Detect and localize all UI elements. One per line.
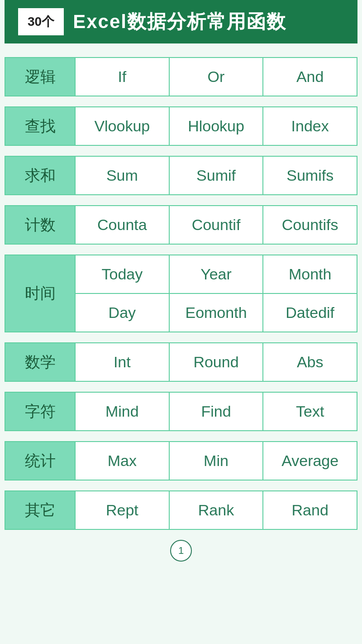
section-stats: 统计MaxMinAverage — [5, 441, 357, 481]
section-label-stats: 统计 — [5, 442, 76, 480]
section-cells-time: TodayYearMonthDayEomonthDatedif — [76, 255, 357, 332]
section-label-text: 字符 — [5, 393, 76, 430]
section-cells-other: ReptRankRand — [76, 491, 357, 529]
section-label-sum: 求和 — [5, 157, 76, 194]
section-lookup: 查找VlookupHlookupIndex — [5, 106, 357, 146]
footer: 1 — [5, 540, 357, 562]
cell-stats-0-2: Average — [263, 442, 357, 480]
cell-other-0-1: Rank — [170, 491, 264, 529]
cell-time-0-2: Month — [263, 255, 357, 293]
section-cells-lookup: VlookupHlookupIndex — [76, 107, 357, 145]
sections-container: 逻辑IfOrAnd查找VlookupHlookupIndex求和SumSumif… — [5, 57, 357, 530]
cell-logic-0-2: And — [263, 58, 357, 96]
cell-text-0-1: Find — [170, 393, 264, 430]
page-wrapper: 30个 Excel数据分析常用函数 逻辑IfOrAnd查找VlookupHloo… — [5, 0, 357, 580]
section-label-count: 计数 — [5, 206, 76, 244]
section-row-logic-0: IfOrAnd — [76, 58, 357, 96]
section-cells-math: IntRoundAbs — [76, 343, 357, 381]
cell-lookup-0-2: Index — [263, 107, 357, 145]
section-logic: 逻辑IfOrAnd — [5, 57, 357, 96]
cell-lookup-0-1: Hlookup — [170, 107, 264, 145]
section-cells-logic: IfOrAnd — [76, 58, 357, 96]
section-row-other-0: ReptRankRand — [76, 491, 357, 529]
cell-count-0-0: Counta — [76, 206, 170, 244]
section-label-other: 其它 — [5, 491, 76, 529]
section-cells-count: CountaCountifCountifs — [76, 206, 357, 244]
section-row-time-0: TodayYearMonth — [76, 255, 357, 293]
section-other: 其它ReptRankRand — [5, 490, 357, 530]
section-label-logic: 逻辑 — [5, 58, 76, 96]
cell-text-0-2: Text — [263, 393, 357, 430]
section-row-stats-0: MaxMinAverage — [76, 442, 357, 480]
section-label-time: 时间 — [5, 255, 76, 332]
section-time: 时间TodayYearMonthDayEomonthDatedif — [5, 255, 357, 332]
cell-logic-0-1: Or — [170, 58, 264, 96]
section-sum: 求和SumSumifSumifs — [5, 156, 357, 195]
header: 30个 Excel数据分析常用函数 — [5, 0, 357, 43]
section-cells-stats: MaxMinAverage — [76, 442, 357, 480]
header-title: Excel数据分析常用函数 — [73, 9, 286, 34]
cell-sum-0-2: Sumifs — [263, 157, 357, 194]
cell-text-0-0: Mind — [76, 393, 170, 430]
cell-other-0-2: Rand — [263, 491, 357, 529]
cell-time-1-1: Eomonth — [170, 294, 264, 332]
section-row-count-0: CountaCountifCountifs — [76, 206, 357, 244]
cell-sum-0-0: Sum — [76, 157, 170, 194]
section-cells-sum: SumSumifSumifs — [76, 157, 357, 194]
cell-stats-0-0: Max — [76, 442, 170, 480]
section-label-math: 数学 — [5, 343, 76, 381]
section-cells-text: MindFindText — [76, 393, 357, 430]
section-math: 数学IntRoundAbs — [5, 342, 357, 382]
cell-time-1-0: Day — [76, 294, 170, 332]
cell-logic-0-0: If — [76, 58, 170, 96]
cell-math-0-2: Abs — [263, 343, 357, 381]
cell-time-0-0: Today — [76, 255, 170, 293]
header-badge: 30个 — [18, 8, 64, 35]
section-row-lookup-0: VlookupHlookupIndex — [76, 107, 357, 145]
cell-time-1-2: Datedif — [263, 294, 357, 332]
cell-stats-0-1: Min — [170, 442, 264, 480]
page-number: 1 — [170, 540, 192, 562]
cell-count-0-1: Countif — [170, 206, 264, 244]
cell-math-0-0: Int — [76, 343, 170, 381]
section-row-time-1: DayEomonthDatedif — [76, 293, 357, 332]
cell-other-0-0: Rept — [76, 491, 170, 529]
section-row-math-0: IntRoundAbs — [76, 343, 357, 381]
section-count: 计数CountaCountifCountifs — [5, 205, 357, 245]
section-row-text-0: MindFindText — [76, 393, 357, 430]
cell-lookup-0-0: Vlookup — [76, 107, 170, 145]
section-label-lookup: 查找 — [5, 107, 76, 145]
cell-count-0-2: Countifs — [263, 206, 357, 244]
cell-math-0-1: Round — [170, 343, 264, 381]
cell-sum-0-1: Sumif — [170, 157, 264, 194]
section-text: 字符MindFindText — [5, 392, 357, 431]
cell-time-0-1: Year — [170, 255, 264, 293]
section-row-sum-0: SumSumifSumifs — [76, 157, 357, 194]
